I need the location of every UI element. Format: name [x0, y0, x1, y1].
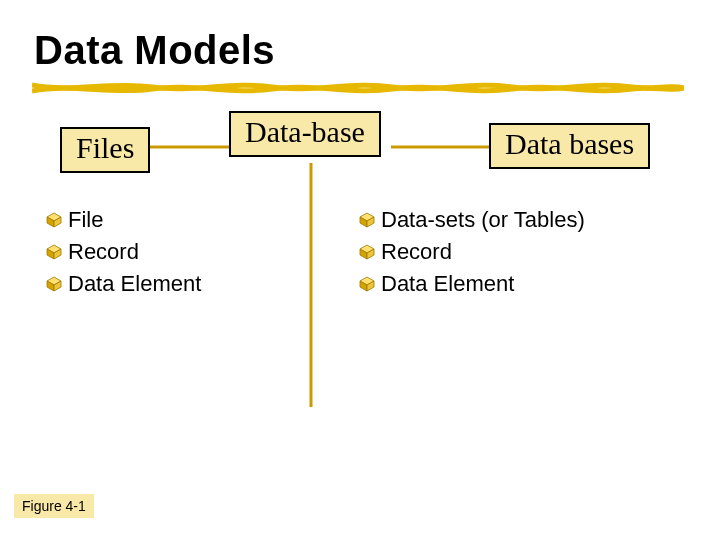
bullet-text: Data Element	[381, 271, 514, 297]
cube-bullet-icon	[46, 276, 62, 292]
cube-bullet-icon	[46, 244, 62, 260]
left-bullet-list: File Record Data Element	[46, 207, 336, 303]
figure-label: Figure 4-1	[14, 494, 94, 518]
list-item: Data Element	[46, 271, 336, 297]
right-bullet-list: Data-sets (or Tables) Record Data Elemen…	[359, 207, 679, 303]
cube-bullet-icon	[359, 276, 375, 292]
list-item: Data Element	[359, 271, 679, 297]
list-item: Record	[46, 239, 336, 265]
bullet-text: Record	[68, 239, 139, 265]
bullet-text: Record	[381, 239, 452, 265]
slide: Data Models Files Data-base Data bases F…	[0, 0, 720, 540]
diagram-area: Files Data-base Data bases File Record	[34, 107, 686, 417]
title-underline-scribble	[32, 79, 684, 97]
cube-bullet-icon	[359, 244, 375, 260]
bullet-text: File	[68, 207, 103, 233]
cube-bullet-icon	[359, 212, 375, 228]
files-box: Files	[60, 127, 150, 173]
slide-title: Data Models	[34, 28, 686, 73]
bullet-text: Data Element	[68, 271, 201, 297]
list-item: Data-sets (or Tables)	[359, 207, 679, 233]
database-top-box: Data-base	[229, 111, 381, 157]
list-item: File	[46, 207, 336, 233]
cube-bullet-icon	[46, 212, 62, 228]
bullet-text: Data-sets (or Tables)	[381, 207, 585, 233]
list-item: Record	[359, 239, 679, 265]
databases-box: Data bases	[489, 123, 650, 169]
